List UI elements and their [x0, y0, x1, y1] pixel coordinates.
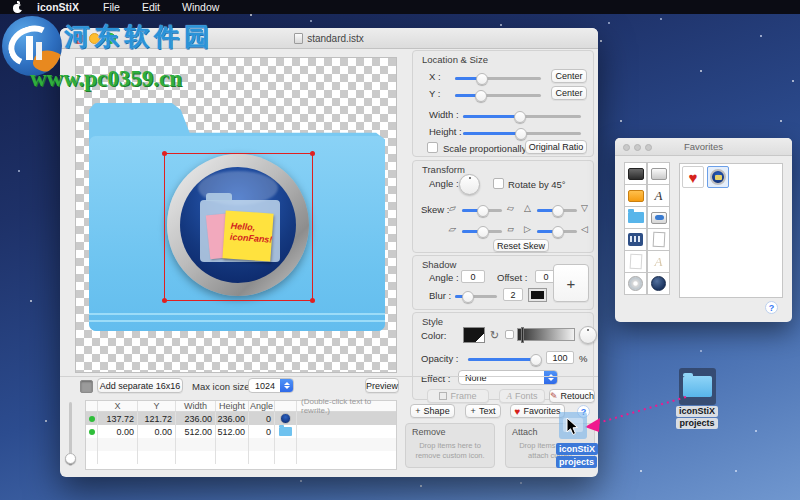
palette-item[interactable]	[647, 206, 670, 229]
zoom-button[interactable]	[105, 33, 116, 44]
favorite-item-heart[interactable]: ♥	[682, 166, 704, 188]
shadow-add-button[interactable]: +	[553, 264, 589, 302]
resize-handle-tr[interactable]	[310, 151, 315, 156]
opacity-slider[interactable]	[468, 358, 540, 361]
favorites-help-button[interactable]: ?	[765, 301, 778, 314]
height-slider[interactable]	[463, 132, 581, 135]
retouch-button[interactable]: ✎ Retouch	[549, 389, 595, 403]
opacity-field[interactable]: 100	[546, 351, 574, 364]
well-swatch[interactable]	[80, 380, 93, 393]
preview-button[interactable]: Preview	[365, 378, 399, 393]
dark-drive-icon	[628, 168, 644, 180]
menu-item-edit[interactable]: Edit	[142, 1, 160, 13]
main-window: standard.istx Hello, iconFans!	[60, 28, 598, 477]
remove-drop-zone[interactable]: Remove Drop items here to remove custom …	[405, 423, 495, 468]
text-button[interactable]: + Text	[465, 404, 501, 418]
blue-folder-icon	[628, 212, 644, 223]
resize-handle-bl[interactable]	[162, 298, 167, 303]
col-header-y[interactable]: Y	[138, 401, 176, 411]
palette-item[interactable]	[624, 272, 647, 295]
palette-item[interactable]	[624, 228, 647, 251]
fonts-button[interactable]: A Fonts	[499, 389, 545, 403]
heart-icon: ♥	[515, 406, 521, 417]
angle-dial[interactable]	[459, 174, 480, 195]
scale-proportionally-checkbox[interactable]	[427, 142, 438, 153]
skew-slider-1[interactable]	[462, 209, 502, 212]
col-header-height[interactable]: Height	[216, 401, 249, 411]
gradient-slider[interactable]	[517, 328, 575, 341]
max-icon-size-dropdown[interactable]: 1024	[248, 378, 294, 393]
table-row-empty[interactable]	[86, 438, 396, 451]
shadow-blur-slider[interactable]	[455, 295, 497, 298]
table-zoom-slider[interactable]	[69, 402, 72, 466]
skew-slider-2[interactable]	[537, 209, 577, 212]
favorites-window: Favorites A A ♥ ?	[615, 138, 792, 322]
attach-zone-title: Attach	[512, 427, 538, 437]
fonts-a-icon: A	[506, 391, 512, 401]
palette-item[interactable]	[624, 250, 647, 273]
favorites-list[interactable]: ♥	[679, 163, 783, 298]
y-slider[interactable]	[455, 94, 541, 97]
palette-item[interactable]	[647, 162, 670, 185]
palette-item[interactable]	[624, 206, 647, 229]
color-checkbox[interactable]	[505, 330, 514, 339]
editor-canvas[interactable]: Hello, iconFans!	[75, 57, 397, 373]
table-row[interactable]: 0.00 0.00 512.00 512.00 0	[86, 425, 396, 438]
orange-drive-icon	[628, 190, 644, 202]
add-separate-button[interactable]: Add separate 16x16	[97, 378, 183, 393]
section-title: Shadow	[422, 259, 456, 270]
table-note: (Double-click text to rewrite.)	[297, 401, 396, 411]
title-bar[interactable]: standard.istx	[60, 28, 598, 49]
shadow-blur-field[interactable]: 2	[503, 288, 523, 301]
original-ratio-button[interactable]: Original Ratio	[525, 140, 587, 154]
menu-item-window[interactable]: Window	[182, 1, 219, 13]
col-header-width[interactable]: Width	[176, 401, 216, 411]
blue-folder-icon	[683, 376, 712, 397]
table-row-empty[interactable]	[86, 451, 396, 464]
resize-handle-br[interactable]	[310, 298, 315, 303]
favorites-title-bar[interactable]: Favorites	[615, 138, 792, 156]
table-row[interactable]: 137.72 121.72 236.00 236.00 0	[86, 412, 396, 425]
apple-menu-icon[interactable]	[12, 2, 23, 13]
height-label: Height :	[429, 126, 462, 137]
x-slider[interactable]	[455, 77, 541, 80]
close-button[interactable]	[73, 33, 84, 44]
refresh-icon[interactable]: ↻	[490, 329, 499, 342]
reset-skew-button[interactable]: Reset Skew	[493, 239, 549, 252]
frame-button[interactable]: Frame	[427, 389, 489, 403]
gradient-angle-dial[interactable]	[579, 326, 597, 344]
shape-button[interactable]: + Shape	[410, 404, 455, 418]
width-slider[interactable]	[463, 115, 581, 118]
skew-slider-3[interactable]	[462, 230, 502, 233]
palette-item[interactable]: A	[647, 184, 670, 207]
status-dot-icon	[89, 416, 95, 422]
favorite-item-badge-selected[interactable]	[707, 166, 729, 188]
palette-item[interactable]	[647, 272, 670, 295]
resize-handle-tl[interactable]	[162, 151, 167, 156]
minimize-button[interactable]	[89, 33, 100, 44]
drag-label: iconStiX projects	[556, 443, 598, 469]
layers-table: X Y Width Height Angle (Double-click tex…	[85, 400, 397, 470]
network-globe-icon	[651, 276, 666, 291]
color-well[interactable]	[463, 327, 485, 343]
center-y-button[interactable]: Center	[551, 86, 587, 100]
rotate-45-checkbox[interactable]	[493, 178, 504, 189]
palette-item[interactable]: A	[647, 250, 670, 273]
skew-slider-4[interactable]	[537, 230, 577, 233]
selection-rectangle[interactable]	[164, 153, 313, 301]
shadow-angle-field[interactable]: 0	[461, 270, 485, 283]
shadow-color-well[interactable]	[529, 289, 546, 301]
menu-item-file[interactable]: File	[103, 1, 120, 13]
col-header-x[interactable]: X	[98, 401, 138, 411]
favorites-button[interactable]: ♥ Favorites	[510, 404, 565, 418]
skew-shape-icon: ▷	[524, 224, 531, 234]
palette-item[interactable]	[624, 184, 647, 207]
palette-item[interactable]	[647, 228, 670, 251]
effect-dropdown[interactable]: None	[458, 370, 558, 385]
center-x-button[interactable]: Center	[551, 69, 587, 83]
window-title: standard.istx	[294, 33, 364, 44]
col-header-angle[interactable]: Angle	[249, 401, 275, 411]
desktop-folder-icon[interactable]: iconStiX projects	[676, 368, 718, 429]
menu-item-app[interactable]: iconStiX	[37, 1, 79, 13]
palette-item[interactable]	[624, 162, 647, 185]
